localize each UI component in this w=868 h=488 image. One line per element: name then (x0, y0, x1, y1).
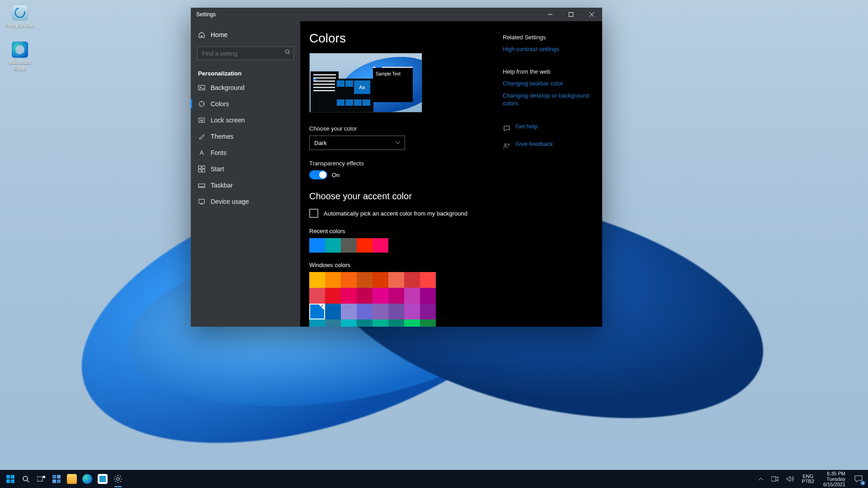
windows-color-swatch[interactable] (357, 272, 373, 288)
recent-color-swatch[interactable] (357, 238, 373, 253)
sidebar-item-themes[interactable]: Themes (191, 128, 300, 145)
camera-icon (771, 476, 778, 482)
window-close-button[interactable] (581, 8, 602, 21)
windows-color-swatch[interactable] (341, 272, 357, 288)
svg-rect-24 (6, 475, 10, 479)
taskbar-widgets[interactable] (49, 470, 64, 488)
windows-color-swatch[interactable] (357, 288, 373, 304)
tray-clock[interactable]: 6:35 PM Tuesday 6/15/2021 (820, 470, 849, 488)
sidebar-home[interactable]: Home (191, 27, 300, 43)
recent-color-swatch[interactable] (309, 238, 325, 253)
windows-color-swatch[interactable] (388, 304, 404, 319)
sidebar-item-background[interactable]: Background (191, 80, 300, 96)
search-input[interactable] (197, 47, 294, 60)
window-titlebar[interactable]: Settings (191, 8, 602, 21)
svg-rect-12 (199, 118, 204, 122)
windows-color-swatch[interactable] (309, 288, 325, 304)
sidebar-item-lockscreen[interactable]: Lock screen (191, 112, 300, 128)
desktop-icon-recycle-bin[interactable]: Recycle Bin (3, 3, 37, 36)
auto-accent-checkbox[interactable] (309, 209, 318, 218)
tray-meet-now[interactable] (769, 470, 781, 488)
windows-color-swatch[interactable] (388, 319, 404, 327)
windows-colors-label: Windows colors (309, 262, 492, 268)
windows-color-swatch[interactable] (373, 288, 388, 304)
recent-color-swatch[interactable] (341, 238, 357, 253)
windows-color-swatch[interactable] (341, 288, 357, 304)
taskbar-store[interactable] (95, 470, 110, 488)
svg-rect-30 (37, 477, 42, 481)
help-link-taskbar-color[interactable]: Changing taskbar color (503, 80, 593, 87)
window-minimize-button[interactable] (540, 8, 561, 21)
windows-color-swatch[interactable] (420, 319, 436, 327)
help-link-desktop-color[interactable]: Changing desktop or background colors (503, 92, 593, 107)
recent-color-swatch[interactable] (373, 238, 388, 253)
windows-color-swatch[interactable] (373, 319, 388, 327)
sidebar-item-start[interactable]: Start (191, 161, 300, 177)
sidebar-item-label: Start (211, 165, 224, 173)
windows-color-swatch[interactable] (357, 304, 373, 319)
windows-color-swatch[interactable] (325, 288, 341, 304)
tray-notifications[interactable]: 4 (852, 470, 865, 488)
windows-color-swatch[interactable] (309, 319, 325, 327)
transparency-label: Transparency effects (309, 160, 492, 167)
taskbar-taskview[interactable] (33, 470, 49, 488)
search-icon (22, 475, 30, 483)
gear-icon (113, 474, 123, 483)
tray-language[interactable]: ENG PTB2 (799, 470, 817, 488)
recent-color-swatch[interactable] (325, 238, 341, 253)
background-icon (198, 84, 205, 91)
taskbar-settings[interactable] (110, 470, 126, 488)
windows-color-swatch[interactable] (404, 304, 420, 319)
windows-color-swatch[interactable] (341, 319, 357, 327)
svg-point-14 (199, 138, 200, 139)
start-button[interactable] (3, 470, 18, 488)
tray-overflow[interactable] (756, 470, 766, 488)
windows-color-swatch[interactable] (341, 304, 357, 319)
windows-color-swatch[interactable] (404, 288, 420, 304)
windows-color-swatch[interactable] (373, 304, 388, 319)
desktop-icon-edge[interactable]: Microsoft Edge (3, 40, 37, 73)
desktop-icon-label: Microsoft Edge (3, 60, 37, 71)
store-icon (98, 474, 108, 484)
get-help-link[interactable]: Get help (503, 122, 593, 135)
windows-color-swatch[interactable] (325, 319, 341, 327)
windows-color-swatch[interactable] (373, 272, 388, 288)
windows-color-swatch[interactable] (388, 288, 404, 304)
svg-rect-15 (198, 166, 201, 169)
windows-color-swatch[interactable] (309, 272, 325, 288)
windows-color-swatch[interactable] (420, 304, 436, 319)
sidebar-item-label: Lock screen (211, 117, 245, 124)
accent-header: Choose your accent color (309, 191, 492, 202)
svg-rect-31 (43, 476, 45, 478)
give-feedback-link[interactable]: Give feedback (503, 140, 593, 152)
windows-color-swatch[interactable] (309, 304, 325, 319)
taskbar-explorer[interactable] (64, 470, 80, 488)
windows-color-swatch[interactable] (404, 319, 420, 327)
sidebar-item-fonts[interactable]: Fonts (191, 145, 300, 161)
svg-point-4 (285, 50, 289, 53)
settings-window: Settings Home (191, 8, 602, 327)
svg-rect-1 (569, 13, 573, 17)
sidebar-item-taskbar[interactable]: Taskbar (191, 177, 300, 193)
taskbar-search[interactable] (18, 470, 33, 488)
windows-color-swatch[interactable] (420, 272, 436, 288)
svg-point-36 (117, 478, 119, 480)
preview-tile-label: Aa (354, 80, 370, 94)
page-title: Colors (309, 31, 492, 46)
high-contrast-link[interactable]: High contrast settings (503, 45, 593, 53)
transparency-toggle[interactable] (309, 170, 327, 179)
sidebar-item-deviceusage[interactable]: Device usage (191, 193, 300, 210)
taskbar-edge[interactable] (80, 470, 95, 488)
windows-color-swatch[interactable] (404, 272, 420, 288)
windows-color-swatch[interactable] (325, 272, 341, 288)
taskbar[interactable]: ENG PTB2 6:35 PM Tuesday 6/15/2021 4 (0, 470, 868, 488)
windows-color-swatch[interactable] (325, 304, 341, 319)
window-maximize-button[interactable] (561, 8, 581, 21)
fonts-icon (198, 149, 205, 156)
windows-color-swatch[interactable] (388, 272, 404, 288)
windows-color-swatch[interactable] (357, 319, 373, 327)
tray-volume[interactable] (784, 470, 797, 488)
windows-color-swatch[interactable] (420, 288, 436, 304)
sidebar-item-colors[interactable]: Colors (191, 96, 300, 112)
color-mode-select[interactable]: Dark (309, 136, 405, 150)
